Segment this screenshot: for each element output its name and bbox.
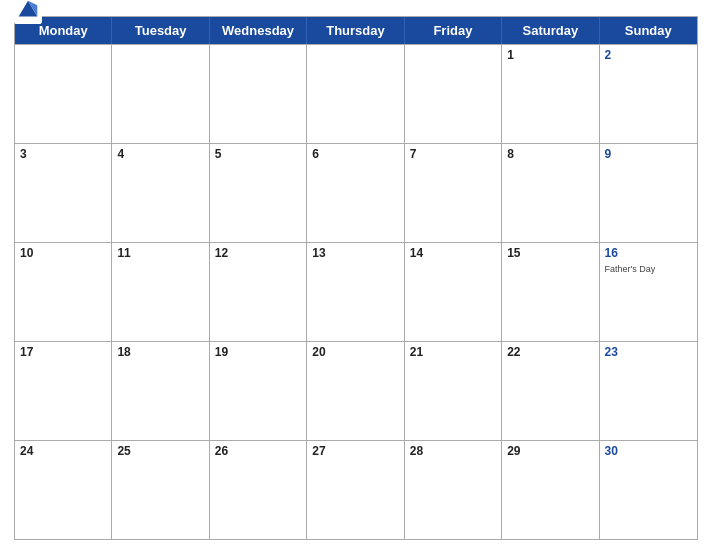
cal-cell: 4 [112,144,209,242]
event-label: Father's Day [605,264,692,275]
cal-cell: 27 [307,441,404,539]
cal-cell: 21 [405,342,502,440]
day-number: 11 [117,246,203,262]
cal-cell: 5 [210,144,307,242]
day-number: 29 [507,444,593,460]
day-number: 6 [312,147,398,163]
cal-cell [112,45,209,143]
cal-cell: 12 [210,243,307,341]
cal-cell: 17 [15,342,112,440]
cal-cell: 7 [405,144,502,242]
day-number: 1 [507,48,593,64]
week-row-1: 12 [15,44,697,143]
cal-cell [405,45,502,143]
day-number: 7 [410,147,496,163]
calendar: MondayTuesdayWednesdayThursdayFridaySatu… [14,16,698,540]
day-number: 13 [312,246,398,262]
day-number: 17 [20,345,106,361]
day-number: 23 [605,345,692,361]
day-number: 20 [312,345,398,361]
cal-cell: 9 [600,144,697,242]
day-number: 25 [117,444,203,460]
cal-cell: 16Father's Day [600,243,697,341]
cal-cell: 30 [600,441,697,539]
day-number: 4 [117,147,203,163]
day-number: 19 [215,345,301,361]
cal-cell: 6 [307,144,404,242]
day-number: 14 [410,246,496,262]
page: MondayTuesdayWednesdayThursdayFridaySatu… [0,0,712,550]
cal-cell: 19 [210,342,307,440]
cal-cell: 1 [502,45,599,143]
header-cell-thursday: Thursday [307,17,404,44]
day-number: 21 [410,345,496,361]
week-row-5: 24252627282930 [15,440,697,539]
day-number: 18 [117,345,203,361]
cal-cell: 24 [15,441,112,539]
cal-cell: 10 [15,243,112,341]
day-number: 5 [215,147,301,163]
day-number: 12 [215,246,301,262]
day-number: 24 [20,444,106,460]
cal-cell [307,45,404,143]
day-number: 30 [605,444,692,460]
cal-cell [15,45,112,143]
cal-cell: 3 [15,144,112,242]
calendar-header-row: MondayTuesdayWednesdayThursdayFridaySatu… [15,17,697,44]
cal-cell: 25 [112,441,209,539]
cal-cell: 23 [600,342,697,440]
cal-cell: 28 [405,441,502,539]
header-cell-friday: Friday [405,17,502,44]
day-number: 16 [605,246,692,262]
header-cell-tuesday: Tuesday [112,17,209,44]
day-number: 22 [507,345,593,361]
day-number: 2 [605,48,692,64]
header-cell-wednesday: Wednesday [210,17,307,44]
cal-cell: 18 [112,342,209,440]
day-number: 26 [215,444,301,460]
cal-cell [210,45,307,143]
day-number: 8 [507,147,593,163]
calendar-body: 12345678910111213141516Father's Day17181… [15,44,697,539]
day-number: 27 [312,444,398,460]
cal-cell: 11 [112,243,209,341]
header-cell-saturday: Saturday [502,17,599,44]
cal-cell: 2 [600,45,697,143]
cal-cell: 15 [502,243,599,341]
cal-cell: 22 [502,342,599,440]
cal-cell: 8 [502,144,599,242]
week-row-3: 10111213141516Father's Day [15,242,697,341]
day-number: 10 [20,246,106,262]
day-number: 15 [507,246,593,262]
cal-cell: 26 [210,441,307,539]
cal-cell: 20 [307,342,404,440]
logo-icon [14,0,42,24]
cal-cell: 14 [405,243,502,341]
day-number: 28 [410,444,496,460]
logo [14,0,45,24]
day-number: 3 [20,147,106,163]
week-row-4: 17181920212223 [15,341,697,440]
header-cell-sunday: Sunday [600,17,697,44]
week-row-2: 3456789 [15,143,697,242]
cal-cell: 29 [502,441,599,539]
day-number: 9 [605,147,692,163]
cal-cell: 13 [307,243,404,341]
